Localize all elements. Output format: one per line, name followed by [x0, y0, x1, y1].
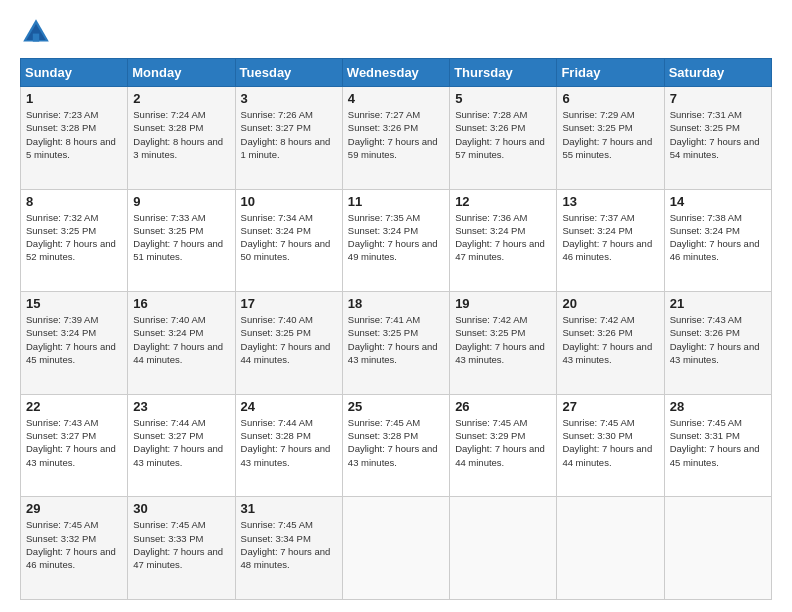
calendar-cell [342, 497, 449, 600]
day-number: 12 [455, 194, 551, 209]
cell-info: Sunrise: 7:31 AMSunset: 3:25 PMDaylight:… [670, 109, 760, 160]
cell-info: Sunrise: 7:44 AMSunset: 3:27 PMDaylight:… [133, 417, 223, 468]
day-number: 28 [670, 399, 766, 414]
day-number: 15 [26, 296, 122, 311]
day-number: 3 [241, 91, 337, 106]
calendar-cell: 18Sunrise: 7:41 AMSunset: 3:25 PMDayligh… [342, 292, 449, 395]
calendar-cell: 7Sunrise: 7:31 AMSunset: 3:25 PMDaylight… [664, 87, 771, 190]
calendar-cell: 21Sunrise: 7:43 AMSunset: 3:26 PMDayligh… [664, 292, 771, 395]
day-number: 2 [133, 91, 229, 106]
cell-info: Sunrise: 7:42 AMSunset: 3:25 PMDaylight:… [455, 314, 545, 365]
cell-info: Sunrise: 7:40 AMSunset: 3:24 PMDaylight:… [133, 314, 223, 365]
calendar-header-wednesday: Wednesday [342, 59, 449, 87]
page: SundayMondayTuesdayWednesdayThursdayFrid… [0, 0, 792, 612]
cell-info: Sunrise: 7:45 AMSunset: 3:30 PMDaylight:… [562, 417, 652, 468]
calendar-cell: 15Sunrise: 7:39 AMSunset: 3:24 PMDayligh… [21, 292, 128, 395]
calendar-cell: 16Sunrise: 7:40 AMSunset: 3:24 PMDayligh… [128, 292, 235, 395]
day-number: 26 [455, 399, 551, 414]
day-number: 27 [562, 399, 658, 414]
day-number: 16 [133, 296, 229, 311]
calendar-header-thursday: Thursday [450, 59, 557, 87]
logo [20, 16, 58, 48]
svg-rect-2 [33, 34, 39, 42]
calendar-header-friday: Friday [557, 59, 664, 87]
calendar-cell: 19Sunrise: 7:42 AMSunset: 3:25 PMDayligh… [450, 292, 557, 395]
day-number: 31 [241, 501, 337, 516]
calendar-week-5: 29Sunrise: 7:45 AMSunset: 3:32 PMDayligh… [21, 497, 772, 600]
day-number: 11 [348, 194, 444, 209]
calendar-cell: 28Sunrise: 7:45 AMSunset: 3:31 PMDayligh… [664, 394, 771, 497]
logo-icon [20, 16, 52, 48]
calendar-cell: 13Sunrise: 7:37 AMSunset: 3:24 PMDayligh… [557, 189, 664, 292]
calendar-table: SundayMondayTuesdayWednesdayThursdayFrid… [20, 58, 772, 600]
calendar-cell: 4Sunrise: 7:27 AMSunset: 3:26 PMDaylight… [342, 87, 449, 190]
calendar-week-4: 22Sunrise: 7:43 AMSunset: 3:27 PMDayligh… [21, 394, 772, 497]
calendar-cell: 3Sunrise: 7:26 AMSunset: 3:27 PMDaylight… [235, 87, 342, 190]
calendar-cell: 27Sunrise: 7:45 AMSunset: 3:30 PMDayligh… [557, 394, 664, 497]
calendar-cell: 24Sunrise: 7:44 AMSunset: 3:28 PMDayligh… [235, 394, 342, 497]
cell-info: Sunrise: 7:33 AMSunset: 3:25 PMDaylight:… [133, 212, 223, 263]
cell-info: Sunrise: 7:36 AMSunset: 3:24 PMDaylight:… [455, 212, 545, 263]
day-number: 29 [26, 501, 122, 516]
cell-info: Sunrise: 7:28 AMSunset: 3:26 PMDaylight:… [455, 109, 545, 160]
cell-info: Sunrise: 7:35 AMSunset: 3:24 PMDaylight:… [348, 212, 438, 263]
calendar-cell: 26Sunrise: 7:45 AMSunset: 3:29 PMDayligh… [450, 394, 557, 497]
calendar-week-1: 1Sunrise: 7:23 AMSunset: 3:28 PMDaylight… [21, 87, 772, 190]
calendar-cell: 25Sunrise: 7:45 AMSunset: 3:28 PMDayligh… [342, 394, 449, 497]
cell-info: Sunrise: 7:24 AMSunset: 3:28 PMDaylight:… [133, 109, 223, 160]
calendar-cell: 23Sunrise: 7:44 AMSunset: 3:27 PMDayligh… [128, 394, 235, 497]
day-number: 20 [562, 296, 658, 311]
day-number: 10 [241, 194, 337, 209]
calendar-cell: 5Sunrise: 7:28 AMSunset: 3:26 PMDaylight… [450, 87, 557, 190]
day-number: 23 [133, 399, 229, 414]
calendar-header-monday: Monday [128, 59, 235, 87]
day-number: 24 [241, 399, 337, 414]
calendar-cell: 10Sunrise: 7:34 AMSunset: 3:24 PMDayligh… [235, 189, 342, 292]
day-number: 17 [241, 296, 337, 311]
cell-info: Sunrise: 7:43 AMSunset: 3:26 PMDaylight:… [670, 314, 760, 365]
cell-info: Sunrise: 7:45 AMSunset: 3:32 PMDaylight:… [26, 519, 116, 570]
calendar-cell [557, 497, 664, 600]
day-number: 8 [26, 194, 122, 209]
calendar-header-saturday: Saturday [664, 59, 771, 87]
day-number: 19 [455, 296, 551, 311]
calendar-cell [450, 497, 557, 600]
day-number: 5 [455, 91, 551, 106]
calendar-header-row: SundayMondayTuesdayWednesdayThursdayFrid… [21, 59, 772, 87]
day-number: 1 [26, 91, 122, 106]
cell-info: Sunrise: 7:45 AMSunset: 3:34 PMDaylight:… [241, 519, 331, 570]
calendar-cell: 20Sunrise: 7:42 AMSunset: 3:26 PMDayligh… [557, 292, 664, 395]
cell-info: Sunrise: 7:45 AMSunset: 3:33 PMDaylight:… [133, 519, 223, 570]
day-number: 22 [26, 399, 122, 414]
cell-info: Sunrise: 7:41 AMSunset: 3:25 PMDaylight:… [348, 314, 438, 365]
day-number: 7 [670, 91, 766, 106]
cell-info: Sunrise: 7:34 AMSunset: 3:24 PMDaylight:… [241, 212, 331, 263]
calendar-cell: 17Sunrise: 7:40 AMSunset: 3:25 PMDayligh… [235, 292, 342, 395]
calendar-cell: 9Sunrise: 7:33 AMSunset: 3:25 PMDaylight… [128, 189, 235, 292]
cell-info: Sunrise: 7:32 AMSunset: 3:25 PMDaylight:… [26, 212, 116, 263]
calendar-cell: 30Sunrise: 7:45 AMSunset: 3:33 PMDayligh… [128, 497, 235, 600]
cell-info: Sunrise: 7:45 AMSunset: 3:28 PMDaylight:… [348, 417, 438, 468]
calendar-cell: 2Sunrise: 7:24 AMSunset: 3:28 PMDaylight… [128, 87, 235, 190]
calendar-cell: 29Sunrise: 7:45 AMSunset: 3:32 PMDayligh… [21, 497, 128, 600]
calendar-cell: 1Sunrise: 7:23 AMSunset: 3:28 PMDaylight… [21, 87, 128, 190]
day-number: 21 [670, 296, 766, 311]
header [20, 16, 772, 48]
day-number: 4 [348, 91, 444, 106]
calendar-week-2: 8Sunrise: 7:32 AMSunset: 3:25 PMDaylight… [21, 189, 772, 292]
cell-info: Sunrise: 7:40 AMSunset: 3:25 PMDaylight:… [241, 314, 331, 365]
calendar-header-sunday: Sunday [21, 59, 128, 87]
calendar-cell [664, 497, 771, 600]
cell-info: Sunrise: 7:29 AMSunset: 3:25 PMDaylight:… [562, 109, 652, 160]
cell-info: Sunrise: 7:37 AMSunset: 3:24 PMDaylight:… [562, 212, 652, 263]
calendar-header-tuesday: Tuesday [235, 59, 342, 87]
day-number: 9 [133, 194, 229, 209]
cell-info: Sunrise: 7:38 AMSunset: 3:24 PMDaylight:… [670, 212, 760, 263]
calendar-cell: 11Sunrise: 7:35 AMSunset: 3:24 PMDayligh… [342, 189, 449, 292]
cell-info: Sunrise: 7:45 AMSunset: 3:31 PMDaylight:… [670, 417, 760, 468]
calendar-cell: 12Sunrise: 7:36 AMSunset: 3:24 PMDayligh… [450, 189, 557, 292]
calendar-cell: 6Sunrise: 7:29 AMSunset: 3:25 PMDaylight… [557, 87, 664, 190]
cell-info: Sunrise: 7:27 AMSunset: 3:26 PMDaylight:… [348, 109, 438, 160]
day-number: 30 [133, 501, 229, 516]
cell-info: Sunrise: 7:44 AMSunset: 3:28 PMDaylight:… [241, 417, 331, 468]
